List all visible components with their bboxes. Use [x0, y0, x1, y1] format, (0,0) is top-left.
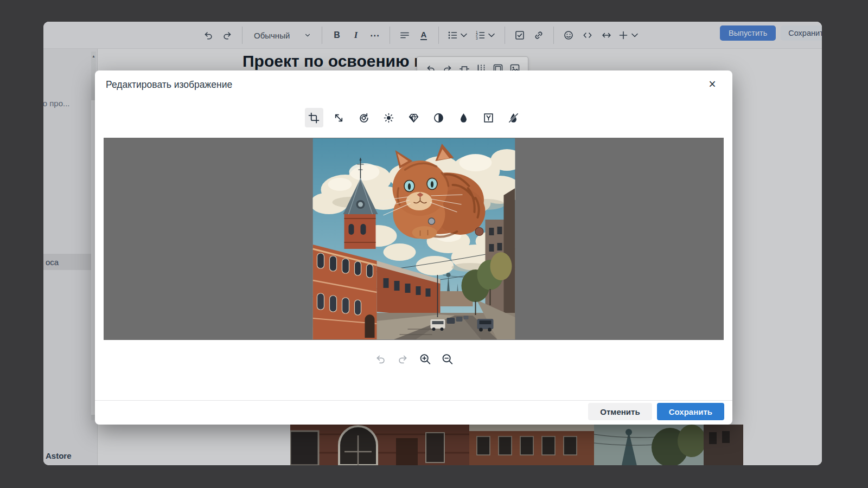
- undo-icon: [203, 30, 214, 41]
- zoom-out-icon: [441, 353, 453, 365]
- modal-footer: Отменить Сохранить: [588, 403, 724, 420]
- brand-logo: Astore: [46, 451, 72, 460]
- insert-button[interactable]: [617, 26, 641, 44]
- code-icon: [582, 30, 593, 41]
- text-color-label: A: [420, 30, 427, 40]
- rotate-icon: [358, 112, 369, 124]
- align-button[interactable]: [396, 26, 413, 44]
- emoji-button[interactable]: [560, 26, 577, 44]
- canvas-redo-button[interactable]: [395, 351, 410, 367]
- checklist-button[interactable]: [511, 26, 528, 44]
- gem-icon: [408, 112, 419, 124]
- cancel-button[interactable]: Отменить: [588, 403, 652, 420]
- enhance-tool-button[interactable]: [405, 108, 423, 127]
- bullet-list-icon: [447, 30, 458, 41]
- contrast-tool-button[interactable]: [430, 108, 448, 127]
- zoom-in-icon: [419, 353, 431, 365]
- modal-title: Редактировать изображение: [106, 79, 232, 91]
- horizontal-rule-button[interactable]: [598, 26, 615, 44]
- link-button[interactable]: [530, 26, 547, 44]
- toolbar-divider: [390, 27, 390, 44]
- resize-tool-button[interactable]: [330, 108, 348, 127]
- crop-tool-button[interactable]: [305, 108, 323, 127]
- desaturate-tool-button[interactable]: [505, 108, 523, 127]
- save-button[interactable]: Сохранить: [657, 403, 724, 420]
- sidebar: то про... оса Astore ▲: [43, 49, 98, 465]
- paragraph-style-label: Обычный: [254, 31, 290, 40]
- chevron-down-icon: [304, 31, 311, 39]
- brightness-icon: [383, 112, 394, 124]
- document-image[interactable]: [290, 425, 743, 465]
- brightness-tool-button[interactable]: [380, 108, 398, 127]
- droplet-icon: [458, 112, 469, 124]
- image-tools-toolbar: [305, 108, 523, 127]
- chevron-down-icon: [629, 30, 640, 41]
- redo-icon: [397, 353, 409, 365]
- toolbar-divider: [505, 27, 505, 44]
- zoom-in-button[interactable]: [417, 351, 432, 367]
- bold-button[interactable]: B: [328, 26, 346, 44]
- footer-divider: [95, 400, 732, 401]
- top-save-button[interactable]: Сохранить: [781, 25, 822, 41]
- editor-toolbar: Обычный B I ⋯ A Выпустить Сохранить: [43, 22, 822, 49]
- redo-button[interactable]: [219, 26, 236, 44]
- close-button[interactable]: ×: [704, 76, 720, 92]
- chevron-down-icon: [486, 30, 497, 41]
- crop-icon: [308, 112, 320, 124]
- more-formats-button[interactable]: ⋯: [366, 26, 384, 44]
- publish-button[interactable]: Выпустить: [720, 25, 776, 41]
- paragraph-style-dropdown[interactable]: Обычный: [248, 26, 316, 44]
- sidebar-item-selected[interactable]: оса: [43, 254, 98, 270]
- sidebar-item[interactable]: то про...: [43, 99, 70, 108]
- rotate-tool-button[interactable]: [355, 108, 373, 127]
- redo-icon: [222, 30, 233, 41]
- y-box-icon: [483, 112, 494, 124]
- droplet-off-icon: [508, 112, 519, 124]
- saturation-tool-button[interactable]: [455, 108, 473, 127]
- bullet-list-button[interactable]: [445, 26, 471, 44]
- undo-icon: [374, 353, 386, 365]
- zoom-out-button[interactable]: [439, 351, 455, 367]
- edit-image-modal: Редактировать изображение ×: [95, 70, 732, 425]
- code-button[interactable]: [579, 26, 596, 44]
- link-icon: [533, 30, 544, 41]
- checkbox-icon: [514, 30, 525, 41]
- canvas-undo-button[interactable]: [373, 351, 388, 367]
- italic-button[interactable]: I: [347, 26, 365, 44]
- plus-icon: [618, 30, 629, 41]
- canvas-zoom-controls: [373, 351, 455, 367]
- emoji-icon: [563, 30, 574, 41]
- align-left-icon: [399, 30, 410, 41]
- toolbar-divider: [322, 27, 322, 44]
- resize-icon: [333, 112, 344, 124]
- arrows-horizontal-icon: [601, 30, 612, 41]
- numbered-list-icon: [475, 30, 486, 41]
- text-color-button[interactable]: A: [415, 26, 432, 44]
- street-photo-crop: [290, 425, 743, 465]
- edit-canvas[interactable]: [104, 138, 724, 340]
- grayscale-tool-button[interactable]: [480, 108, 498, 127]
- contrast-icon: [433, 112, 444, 124]
- toolbar-divider: [438, 27, 439, 44]
- toolbar-divider: [553, 27, 554, 44]
- chevron-down-icon: [458, 30, 469, 41]
- scroll-up-arrow[interactable]: ▲: [91, 53, 96, 59]
- undo-button[interactable]: [200, 26, 217, 44]
- cat-over-city-image[interactable]: [312, 138, 515, 339]
- numbered-list-button[interactable]: [473, 26, 499, 44]
- toolbar-divider: [242, 27, 242, 44]
